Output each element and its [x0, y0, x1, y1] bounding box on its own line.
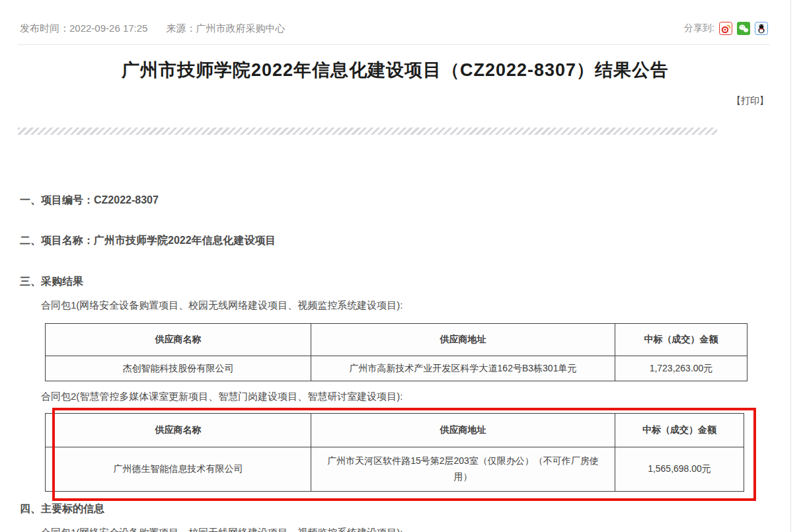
section-project-number: 一、项目编号：CZ2022-8307 [20, 194, 159, 208]
announcement-page: 发布时间：2022-09-26 17:25来源：广州市政府采购中心 分享到: [0, 0, 805, 532]
table-header-row: 供应商名称 供应商地址 中标（成交）金额 [46, 324, 748, 356]
supplier-address: 广州市天河区软件路15号第2层203室（仅限办公）（不可作厂房使用） [311, 447, 615, 492]
bottom-clipped-line: 合同包1(网络安全设备购置项目、校园无线网络建设项目、视频监控系统建设项目): [41, 527, 403, 532]
table-row: 杰创智能科技股份有限公司 广州市高新技术产业开发区科学大道162号B3栋301单… [46, 356, 748, 381]
col-award-amount: 中标（成交）金额 [615, 324, 748, 356]
header-divider [18, 44, 770, 45]
meta-bar: 发布时间：2022-09-26 17:25来源：广州市政府采购中心 分享到: [20, 22, 768, 35]
package2-intro: 合同包2(智慧管控多媒体课室更新项目、智慧门岗建设项目、智慧研讨室建设项目): [41, 391, 403, 403]
col-award-amount: 中标（成交）金额 [615, 414, 744, 447]
award-amount: 1,565,698.00元 [615, 447, 744, 492]
wechat-share-icon[interactable] [737, 22, 750, 35]
share-bar: 分享到: [684, 22, 768, 35]
table-row: 广州德生智能信息技术有限公司 广州市天河区软件路15号第2层203室（仅限办公）… [46, 447, 744, 492]
award-amount: 1,723,263.00元 [615, 356, 748, 381]
print-button[interactable]: 【打印】 [732, 95, 769, 107]
section-main-subject-info: 四、主要标的信息 [20, 502, 104, 516]
package1-intro: 合同包1(网络安全设备购置项目、校园无线网络建设项目、视频监控系统建设项目): [41, 299, 403, 312]
meta-info: 发布时间：2022-09-26 17:25来源：广州市政府采购中心 [20, 22, 303, 35]
supplier-name: 杰创智能科技股份有限公司 [46, 356, 311, 381]
package2-table: 供应商名称 供应商地址 中标（成交）金额 广州德生智能信息技术有限公司 广州市天… [45, 413, 744, 492]
section-project-name: 二、项目名称：广州市技师学院2022年信息化建设项目 [20, 234, 276, 248]
package1-table: 供应商名称 供应商地址 中标（成交）金额 杰创智能科技股份有限公司 广州市高新技… [45, 323, 748, 381]
section-procurement-result: 三、采购结果 [20, 275, 83, 289]
table-header-row: 供应商名称 供应商地址 中标（成交）金额 [46, 414, 744, 447]
hatched-divider [18, 128, 717, 135]
col-supplier-address: 供应商地址 [311, 414, 615, 447]
share-label: 分享到: [684, 22, 714, 34]
supplier-name: 广州德生智能信息技术有限公司 [46, 447, 311, 492]
col-supplier-name: 供应商名称 [46, 324, 311, 356]
col-supplier-name: 供应商名称 [46, 414, 311, 447]
page-right-border [790, 0, 791, 532]
page-title: 广州市技师学院2022年信息化建设项目（CZ2022-8307）结果公告 [0, 58, 790, 82]
supplier-address: 广州市高新技术产业开发区科学大道162号B3栋301单元 [311, 356, 615, 381]
qq-share-icon[interactable] [755, 22, 768, 35]
col-supplier-address: 供应商地址 [311, 324, 615, 356]
publish-time: 发布时间：2022-09-26 17:25 [20, 22, 147, 34]
sina-weibo-share-icon[interactable] [719, 22, 732, 35]
source: 来源：广州市政府采购中心 [166, 22, 285, 34]
